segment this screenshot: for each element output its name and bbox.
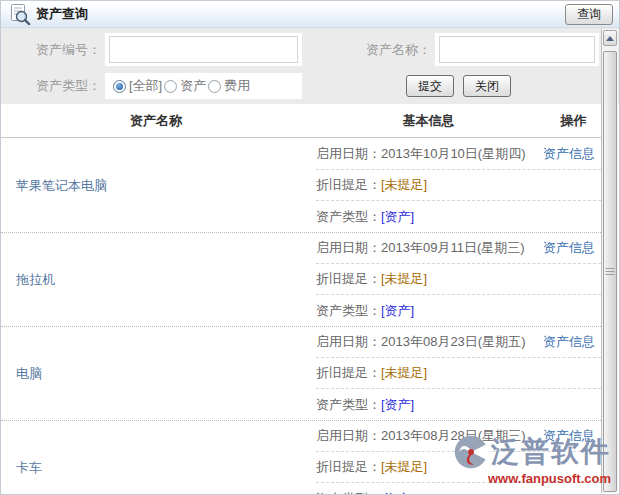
depreciation-value: [未提足]	[381, 170, 427, 200]
radio-option-label: 费用	[224, 77, 250, 95]
depreciation-label: 折旧提足：	[316, 452, 381, 482]
query-button[interactable]: 查询	[565, 4, 613, 25]
scrollbar-grip-icon	[606, 268, 615, 276]
depreciation-label: 折旧提足：	[316, 264, 381, 294]
table-row: 卡车 启用日期：2013年08月28日(星期三) 资产信息 折旧提足：[未提足]…	[1, 421, 601, 494]
depreciation-value: [未提足]	[381, 264, 427, 294]
asset-type-value: [资产]	[381, 202, 414, 232]
basic-info-cell: 启用日期：2013年09月11日(星期三) 资产信息 折旧提足：[未提足] 资产…	[311, 233, 601, 326]
start-date-label: 启用日期：	[316, 327, 381, 357]
scroll-up-arrow-icon	[606, 36, 614, 41]
scrollbar-thumb[interactable]	[603, 51, 617, 492]
asset-number-cell	[105, 33, 302, 66]
asset-type-line: 资产类型：[资产]	[316, 201, 601, 232]
asset-type-value: [资产]	[381, 390, 414, 420]
table-row: 电脑 启用日期：2013年08月23日(星期五) 资产信息 折旧提足：[未提足]…	[1, 327, 601, 421]
asset-info-link[interactable]: 资产信息	[543, 327, 595, 357]
start-date-value: 2013年08月23日(星期五)	[381, 327, 526, 357]
document-search-icon	[9, 3, 31, 25]
submit-button[interactable]: 提交	[406, 75, 454, 97]
asset-type-label: 资产类型：	[1, 73, 101, 99]
radio-option-label: [全部]	[129, 77, 162, 95]
asset-info-link[interactable]: 资产信息	[543, 421, 595, 451]
asset-type-line: 资产类型：[资产]	[316, 295, 601, 326]
start-date-line: 启用日期：2013年09月11日(星期三) 资产信息	[316, 233, 601, 264]
depreciation-value: [未提足]	[381, 452, 427, 482]
column-header-basic-info: 基本信息	[311, 112, 546, 130]
asset-type-radio[interactable]: 费用	[208, 77, 250, 95]
table-header: 资产名称 基本信息 操作	[1, 104, 601, 138]
start-date-value: 2013年10月10日(星期四)	[381, 139, 526, 169]
search-form: 资产编号： 资产名称： 资产类型： [全部] 资产 费用 提交 关闭	[1, 28, 619, 104]
table-row: 苹果笔记本电脑 启用日期：2013年10月10日(星期四) 资产信息 折旧提足：…	[1, 139, 601, 233]
asset-info-link[interactable]: 资产信息	[543, 233, 595, 263]
asset-type-line-label: 资产类型：	[316, 390, 381, 420]
asset-number-label: 资产编号：	[1, 34, 101, 66]
asset-type-radio[interactable]: 资产	[164, 77, 206, 95]
start-date-line: 启用日期：2013年08月23日(星期五) 资产信息	[316, 327, 601, 358]
radio-circle-icon	[164, 80, 177, 93]
asset-type-line-label: 资产类型：	[316, 484, 381, 495]
start-date-value: 2013年08月28日(星期三)	[381, 421, 526, 451]
asset-name-input[interactable]	[439, 36, 595, 63]
depreciation-line: 折旧提足：[未提足]	[316, 264, 601, 295]
column-header-asset-name: 资产名称	[1, 112, 311, 130]
asset-name-cell-value[interactable]: 拖拉机	[1, 233, 311, 326]
titlebar: 资产查询 查询	[1, 1, 619, 28]
asset-type-line: 资产类型：[资产]	[316, 483, 601, 494]
asset-info-link[interactable]: 资产信息	[543, 139, 595, 169]
start-date-label: 启用日期：	[316, 139, 381, 169]
depreciation-value: [未提足]	[381, 358, 427, 388]
radio-circle-icon	[208, 80, 221, 93]
page-title: 资产查询	[36, 5, 88, 23]
asset-type-value: [资产]	[381, 484, 414, 495]
asset-type-value: [资产]	[381, 296, 414, 326]
start-date-label: 启用日期：	[316, 421, 381, 451]
depreciation-line: 折旧提足：[未提足]	[316, 358, 601, 389]
column-header-actions: 操作	[546, 112, 601, 130]
depreciation-line: 折旧提足：[未提足]	[316, 452, 601, 483]
scroll-up-button[interactable]	[603, 30, 617, 46]
asset-type-line: 资产类型：[资产]	[316, 389, 601, 420]
depreciation-label: 折旧提足：	[316, 358, 381, 388]
asset-name-cell-value[interactable]: 电脑	[1, 327, 311, 420]
asset-name-cell-value[interactable]: 苹果笔记本电脑	[1, 139, 311, 232]
close-button[interactable]: 关闭	[463, 75, 511, 97]
depreciation-label: 折旧提足：	[316, 170, 381, 200]
asset-type-line-label: 资产类型：	[316, 296, 381, 326]
start-date-line: 启用日期：2013年08月28日(星期三) 资产信息	[316, 421, 601, 452]
basic-info-cell: 启用日期：2013年10月10日(星期四) 资产信息 折旧提足：[未提足] 资产…	[311, 139, 601, 232]
start-date-label: 启用日期：	[316, 233, 381, 263]
asset-type-line-label: 资产类型：	[316, 202, 381, 232]
basic-info-cell: 启用日期：2013年08月28日(星期三) 资产信息 折旧提足：[未提足] 资产…	[311, 421, 601, 494]
asset-name-cell	[435, 33, 599, 66]
table-body: 苹果笔记本电脑 启用日期：2013年10月10日(星期四) 资产信息 折旧提足：…	[1, 139, 601, 494]
asset-name-cell-value[interactable]: 卡车	[1, 421, 311, 494]
asset-type-radio-group: [全部] 资产 费用	[105, 73, 302, 99]
radio-circle-icon	[113, 80, 126, 93]
asset-name-label: 资产名称：	[331, 34, 431, 66]
asset-number-input[interactable]	[109, 36, 298, 63]
asset-type-radio[interactable]: [全部]	[113, 77, 162, 95]
asset-query-window: 资产查询 查询 资产编号： 资产名称： 资产类型： [全部] 资产 费用 提交 …	[0, 0, 620, 495]
start-date-value: 2013年09月11日(星期三)	[381, 233, 525, 263]
vertical-scrollbar[interactable]	[601, 29, 618, 493]
depreciation-line: 折旧提足：[未提足]	[316, 170, 601, 201]
radio-option-label: 资产	[180, 77, 206, 95]
start-date-line: 启用日期：2013年10月10日(星期四) 资产信息	[316, 139, 601, 170]
basic-info-cell: 启用日期：2013年08月23日(星期五) 资产信息 折旧提足：[未提足] 资产…	[311, 327, 601, 420]
table-row: 拖拉机 启用日期：2013年09月11日(星期三) 资产信息 折旧提足：[未提足…	[1, 233, 601, 327]
